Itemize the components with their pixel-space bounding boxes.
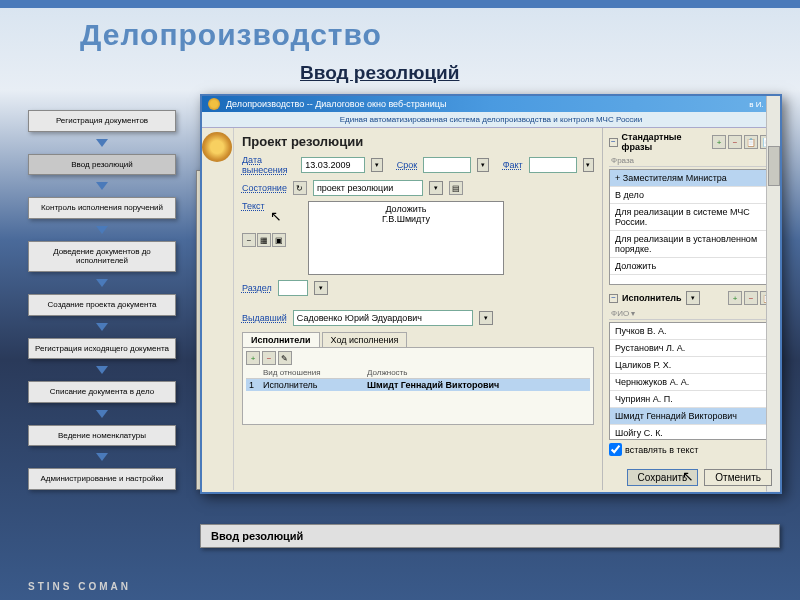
arrow-icon [96,453,108,461]
phrases-add-icon[interactable]: + [712,135,726,149]
text-tool-2[interactable]: ▦ [257,233,271,247]
phrases-collapse-icon[interactable]: − [609,138,618,147]
deadline-picker-icon[interactable]: ▾ [477,158,488,172]
fio-item[interactable]: Шмидт Геннадий Викторович [610,408,773,425]
insert-text-check[interactable] [609,443,622,456]
section-input[interactable] [278,280,308,296]
phrases-copy-icon[interactable]: 📋 [744,135,758,149]
arrow-icon [96,279,108,287]
arrow-icon [96,139,108,147]
sidebar-item-deliver[interactable]: Доведение документов до исполнителей [28,241,176,272]
state-label[interactable]: Состояние [242,183,287,193]
perf-row-name: Шмидт Геннадий Викторович [364,379,590,392]
tab-progress[interactable]: Ход исполнения [322,332,408,347]
top-bar [0,0,800,8]
fio-title: Исполнитель [622,293,682,303]
resolution-text[interactable]: Доложить Г.В.Шмидту [308,201,504,275]
phrase-item[interactable]: + Заместителям Министра [610,170,773,187]
phrase-item[interactable]: Для реализации в установленном порядке. [610,231,773,258]
dialog-titlebar-text: Делопроизводство -- Диалоговое окно веб-… [226,99,446,109]
fact-picker-icon[interactable]: ▾ [583,158,594,172]
sidebar-item-resolutions[interactable]: Ввод резолюций [28,154,176,176]
fio-collapse-icon[interactable]: − [609,294,618,303]
perf-edit-icon[interactable]: ✎ [278,351,292,365]
fio-del-icon[interactable]: − [744,291,758,305]
dialog-title: Проект резолюции [242,134,594,149]
deadline-input[interactable] [423,157,471,173]
deadline-label[interactable]: Срок [397,160,417,170]
phrases-title: Стандартные фразы [622,132,708,152]
insert-text-checkbox[interactable]: вставлять в текст [609,443,774,456]
phrases-subheader: Фраза [609,155,774,167]
sidebar-item-admin[interactable]: Администрирование и настройки [28,468,176,490]
footer-logo: STINS COMAN [28,581,131,592]
save-button[interactable]: Сохранить [627,469,699,486]
fio-subheader: ФИО ▾ [609,308,774,320]
sidebar-item-register[interactable]: Регистрация документов [28,110,176,132]
text-tool-3[interactable]: ▣ [272,233,286,247]
perf-del-icon[interactable]: − [262,351,276,365]
phrase-item[interactable]: В дело [610,187,773,204]
text-tool-1[interactable]: − [242,233,256,247]
emblem-icon [208,98,220,110]
dialog-titlebar[interactable]: Делопроизводство -- Диалоговое окно веб-… [202,96,780,112]
state-input[interactable] [313,180,423,196]
section-dropdown-icon[interactable]: ▾ [314,281,328,295]
state-action-icon[interactable]: ▤ [449,181,463,195]
sidebar-item-control[interactable]: Контроль исполнения поручений [28,197,176,219]
resolution-dialog: Делопроизводство -- Диалоговое окно веб-… [200,94,782,494]
fio-item[interactable]: Чуприян А. П. [610,391,773,408]
performers-tabs: Исполнители Ход исполнения [242,332,594,347]
issuer-label[interactable]: Выдавший [242,313,287,323]
arrow-icon [96,410,108,418]
state-refresh-icon[interactable]: ↻ [293,181,307,195]
fact-label[interactable]: Факт [503,160,523,170]
perf-add-icon[interactable]: + [246,351,260,365]
fio-item[interactable]: Рустанович Л. А. [610,340,773,357]
perf-row-rel: Исполнитель [260,379,364,392]
fact-input[interactable] [529,157,577,173]
perf-row-num: 1 [246,379,260,392]
sidebar-item-nomenclature[interactable]: Ведение номенклатуры [28,425,176,447]
perf-col-position[interactable]: Должность [364,367,590,379]
emblem-large-icon [202,132,232,162]
section-label[interactable]: Раздел [242,283,272,293]
arrow-icon [96,366,108,374]
fio-item[interactable]: Чернюжуков А. А. [610,374,773,391]
date-label[interactable]: Дата вынесения [242,155,295,175]
tab-performers[interactable]: Исполнители [242,332,320,347]
sidebar-item-register-out[interactable]: Регистрация исходящего документа [28,338,176,360]
cancel-button[interactable]: Отменить [704,469,772,486]
phrase-item[interactable]: Для реализации в системе МЧС России. [610,204,773,231]
phrases-list[interactable]: + Заместителям Министра В дело Для реали… [609,169,774,285]
sidebar-item-create-draft[interactable]: Создание проекта документа [28,294,176,316]
fio-scrollbar[interactable] [766,322,774,440]
fio-item[interactable]: Пучков В. А. [610,323,773,340]
date-picker-icon[interactable]: ▾ [371,158,382,172]
page-subtitle: Ввод резолюций [300,62,459,84]
phrase-item[interactable]: Доложить [610,258,773,275]
fio-list[interactable]: Пучков В. А. Рустанович Л. А. Цаликов Р.… [609,322,774,440]
phrases-del-icon[interactable]: − [728,135,742,149]
fio-add-icon[interactable]: + [728,291,742,305]
dialog-header-caption: Единая автоматизированная система делопр… [202,112,780,128]
performers-row[interactable]: 1 Исполнитель Шмидт Геннадий Викторович [246,379,590,392]
perf-col-relation[interactable]: Вид отношения [260,367,364,379]
state-dropdown-icon[interactable]: ▾ [429,181,443,195]
fio-item[interactable]: Шойгу С. К. [610,425,773,440]
date-input[interactable] [301,157,365,173]
fio-filter-icon[interactable]: ▾ [686,291,700,305]
sidebar-item-writeoff[interactable]: Списание документа в дело [28,381,176,403]
performers-table: Вид отношения Должность 1 Исполнитель Шм… [246,367,590,391]
dialog-main-area: Проект резолюции Дата вынесения ▾ Срок ▾… [234,128,602,490]
arrow-icon [96,226,108,234]
text-label[interactable]: Текст [242,201,302,211]
arrow-icon [96,323,108,331]
text-line2: Г.В.Шмидту [382,214,430,224]
issuer-input[interactable] [293,310,473,326]
dialog-left-strip [202,128,234,490]
issuer-dropdown-icon[interactable]: ▾ [479,311,493,325]
performers-panel: + − ✎ Вид отношения Должность 1 Исполнит… [242,347,594,425]
fio-item[interactable]: Цаликов Р. Х. [610,357,773,374]
process-sidebar: Регистрация документов Ввод резолюций Ко… [28,110,176,490]
